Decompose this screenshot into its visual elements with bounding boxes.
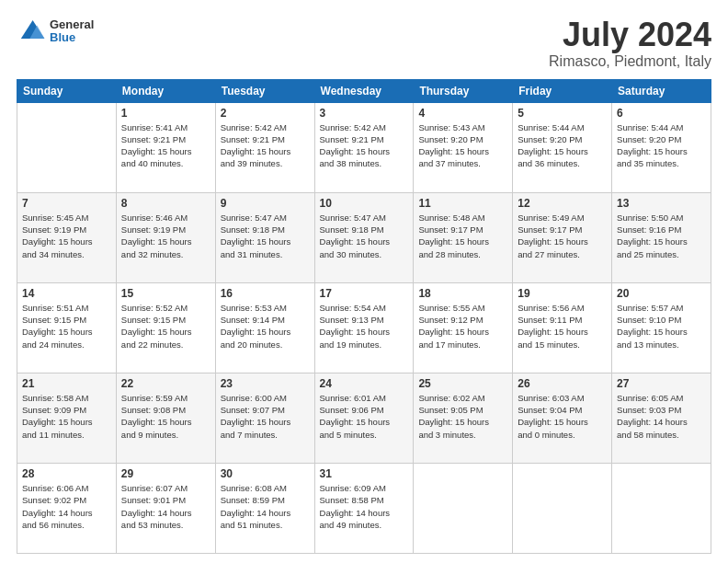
day-number: 11 [418, 197, 507, 210]
day-number: 25 [418, 377, 507, 390]
day-info: Sunrise: 5:47 AMSunset: 9:18 PMDaylight:… [221, 212, 310, 260]
calendar-cell: 24Sunrise: 6:01 AMSunset: 9:06 PMDayligh… [314, 373, 414, 463]
calendar-day-header: Wednesday [314, 79, 414, 102]
calendar-cell: 16Sunrise: 5:53 AMSunset: 9:14 PMDayligh… [215, 282, 314, 373]
calendar-cell [17, 102, 117, 192]
day-info: Sunrise: 5:42 AMSunset: 9:21 PMDaylight:… [320, 121, 409, 170]
day-info: Sunrise: 6:01 AMSunset: 9:06 PMDaylight:… [320, 392, 409, 441]
calendar-cell: 3Sunrise: 5:42 AMSunset: 9:21 PMDaylight… [314, 102, 414, 192]
day-number: 14 [22, 287, 111, 300]
day-info: Sunrise: 6:09 AMSunset: 8:58 PMDaylight:… [320, 482, 409, 531]
calendar-cell: 7Sunrise: 5:45 AMSunset: 9:19 PMDaylight… [17, 192, 117, 282]
day-info: Sunrise: 5:43 AMSunset: 9:20 PMDaylight:… [418, 121, 507, 170]
day-number: 28 [22, 467, 111, 480]
day-number: 15 [121, 287, 210, 300]
logo-general: General [50, 18, 94, 31]
calendar-week-row: 28Sunrise: 6:06 AMSunset: 9:02 PMDayligh… [17, 463, 711, 553]
day-info: Sunrise: 5:55 AMSunset: 9:12 PMDaylight:… [418, 302, 507, 350]
calendar-cell: 1Sunrise: 5:41 AMSunset: 9:21 PMDaylight… [116, 102, 215, 192]
day-number: 4 [418, 107, 507, 120]
day-info: Sunrise: 5:44 AMSunset: 9:20 PMDaylight:… [617, 121, 706, 170]
logo-text: General Blue [50, 18, 94, 45]
calendar-cell: 18Sunrise: 5:55 AMSunset: 9:12 PMDayligh… [414, 282, 513, 373]
calendar-day-header: Sunday [17, 79, 117, 102]
calendar-table: SundayMondayTuesdayWednesdayThursdayFrid… [17, 79, 711, 554]
day-number: 20 [617, 287, 706, 300]
day-number: 16 [221, 287, 310, 300]
day-info: Sunrise: 5:54 AMSunset: 9:13 PMDaylight:… [320, 302, 409, 350]
calendar-week-row: 7Sunrise: 5:45 AMSunset: 9:19 PMDaylight… [17, 192, 711, 282]
calendar-cell [612, 463, 711, 553]
day-info: Sunrise: 5:47 AMSunset: 9:18 PMDaylight:… [320, 212, 409, 260]
calendar-cell: 12Sunrise: 5:49 AMSunset: 9:17 PMDayligh… [513, 192, 612, 282]
calendar-week-row: 14Sunrise: 5:51 AMSunset: 9:15 PMDayligh… [17, 282, 711, 373]
calendar-cell: 19Sunrise: 5:56 AMSunset: 9:11 PMDayligh… [513, 282, 612, 373]
day-info: Sunrise: 5:41 AMSunset: 9:21 PMDaylight:… [121, 121, 210, 170]
calendar-cell: 2Sunrise: 5:42 AMSunset: 9:21 PMDaylight… [215, 102, 314, 192]
day-info: Sunrise: 5:44 AMSunset: 9:20 PMDaylight:… [518, 121, 607, 170]
page-subtitle: Rimasco, Piedmont, Italy [549, 53, 711, 70]
day-info: Sunrise: 5:53 AMSunset: 9:14 PMDaylight:… [221, 302, 310, 350]
day-info: Sunrise: 6:00 AMSunset: 9:07 PMDaylight:… [221, 392, 310, 441]
logo-icon [17, 17, 46, 46]
title-block: July 2024 Rimasco, Piedmont, Italy [549, 17, 711, 70]
calendar-cell: 4Sunrise: 5:43 AMSunset: 9:20 PMDaylight… [414, 102, 513, 192]
day-info: Sunrise: 5:58 AMSunset: 9:09 PMDaylight:… [22, 392, 111, 441]
day-number: 5 [518, 107, 607, 120]
day-number: 24 [320, 377, 409, 390]
calendar-cell: 15Sunrise: 5:52 AMSunset: 9:15 PMDayligh… [116, 282, 215, 373]
calendar-cell: 5Sunrise: 5:44 AMSunset: 9:20 PMDaylight… [513, 102, 612, 192]
calendar-cell: 26Sunrise: 6:03 AMSunset: 9:04 PMDayligh… [513, 373, 612, 463]
calendar-cell: 10Sunrise: 5:47 AMSunset: 9:18 PMDayligh… [314, 192, 414, 282]
day-info: Sunrise: 6:08 AMSunset: 8:59 PMDaylight:… [221, 482, 310, 531]
calendar-cell: 28Sunrise: 6:06 AMSunset: 9:02 PMDayligh… [17, 463, 117, 553]
day-info: Sunrise: 6:05 AMSunset: 9:03 PMDaylight:… [617, 392, 706, 441]
calendar-header-row: SundayMondayTuesdayWednesdayThursdayFrid… [17, 79, 711, 102]
calendar-cell: 27Sunrise: 6:05 AMSunset: 9:03 PMDayligh… [612, 373, 711, 463]
calendar-day-header: Thursday [414, 79, 513, 102]
page: General Blue July 2024 Rimasco, Piedmont… [0, 0, 728, 563]
day-info: Sunrise: 5:46 AMSunset: 9:19 PMDaylight:… [121, 212, 210, 260]
calendar-cell: 14Sunrise: 5:51 AMSunset: 9:15 PMDayligh… [17, 282, 117, 373]
day-number: 30 [221, 467, 310, 480]
calendar-cell: 23Sunrise: 6:00 AMSunset: 9:07 PMDayligh… [215, 373, 314, 463]
calendar-cell: 6Sunrise: 5:44 AMSunset: 9:20 PMDaylight… [612, 102, 711, 192]
day-info: Sunrise: 5:42 AMSunset: 9:21 PMDaylight:… [221, 121, 310, 170]
day-number: 29 [121, 467, 210, 480]
day-number: 2 [221, 107, 310, 120]
day-info: Sunrise: 5:51 AMSunset: 9:15 PMDaylight:… [22, 302, 111, 350]
day-info: Sunrise: 5:57 AMSunset: 9:10 PMDaylight:… [617, 302, 706, 350]
calendar-cell: 29Sunrise: 6:07 AMSunset: 9:01 PMDayligh… [116, 463, 215, 553]
calendar-cell: 17Sunrise: 5:54 AMSunset: 9:13 PMDayligh… [314, 282, 414, 373]
calendar-cell: 13Sunrise: 5:50 AMSunset: 9:16 PMDayligh… [612, 192, 711, 282]
day-number: 23 [221, 377, 310, 390]
day-info: Sunrise: 6:03 AMSunset: 9:04 PMDaylight:… [518, 392, 607, 441]
day-number: 8 [121, 197, 210, 210]
day-number: 10 [320, 197, 409, 210]
day-number: 12 [518, 197, 607, 210]
calendar-cell: 11Sunrise: 5:48 AMSunset: 9:17 PMDayligh… [414, 192, 513, 282]
calendar-day-header: Saturday [612, 79, 711, 102]
calendar-cell: 20Sunrise: 5:57 AMSunset: 9:10 PMDayligh… [612, 282, 711, 373]
day-number: 19 [518, 287, 607, 300]
day-info: Sunrise: 6:06 AMSunset: 9:02 PMDaylight:… [22, 482, 111, 531]
calendar-cell: 8Sunrise: 5:46 AMSunset: 9:19 PMDaylight… [116, 192, 215, 282]
calendar-cell [513, 463, 612, 553]
calendar-day-header: Monday [116, 79, 215, 102]
calendar-week-row: 21Sunrise: 5:58 AMSunset: 9:09 PMDayligh… [17, 373, 711, 463]
logo: General Blue [17, 17, 94, 46]
calendar-cell: 21Sunrise: 5:58 AMSunset: 9:09 PMDayligh… [17, 373, 117, 463]
day-info: Sunrise: 5:48 AMSunset: 9:17 PMDaylight:… [418, 212, 507, 260]
day-info: Sunrise: 6:02 AMSunset: 9:05 PMDaylight:… [418, 392, 507, 441]
header: General Blue July 2024 Rimasco, Piedmont… [17, 17, 711, 70]
calendar-cell [414, 463, 513, 553]
day-number: 18 [418, 287, 507, 300]
day-number: 21 [22, 377, 111, 390]
page-title: July 2024 [549, 17, 711, 53]
day-number: 27 [617, 377, 706, 390]
day-number: 1 [121, 107, 210, 120]
day-info: Sunrise: 5:45 AMSunset: 9:19 PMDaylight:… [22, 212, 111, 260]
day-info: Sunrise: 5:59 AMSunset: 9:08 PMDaylight:… [121, 392, 210, 441]
logo-blue: Blue [50, 31, 94, 44]
day-number: 26 [518, 377, 607, 390]
